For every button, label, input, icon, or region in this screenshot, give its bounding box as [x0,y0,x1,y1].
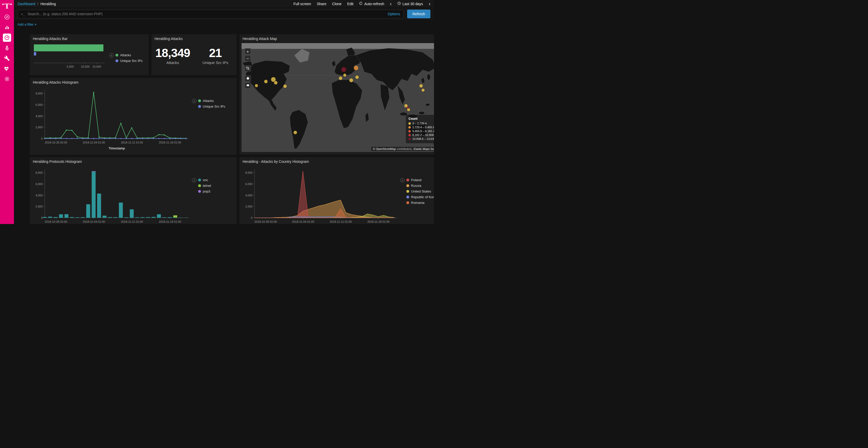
map-marker[interactable] [354,66,359,70]
sidebar-item-management[interactable] [3,75,11,83]
map-fit-bounds-button[interactable] [245,65,251,71]
sidebar-item-monitoring[interactable] [3,65,11,73]
legend-item[interactable]: Republic of Korea [406,195,434,199]
sidebar-item-dashboard[interactable] [3,34,11,42]
attacks-bar-chart[interactable]: 5,00010,00015,000 [32,43,109,72]
legend-toggle-icon[interactable]: › [192,178,196,182]
legend-item[interactable]: vnc [198,178,211,182]
sidebar-item-visualize[interactable] [3,23,11,32]
svg-text:4,000: 4,000 [35,114,43,118]
legend-toggle-icon[interactable]: › [109,53,114,58]
clock-icon [397,2,401,6]
share-button[interactable]: Share [317,2,326,6]
full-screen-button[interactable]: Full screen [293,2,311,6]
sidebar-item-devtools[interactable] [3,54,11,63]
legend-toggle-icon[interactable]: › [192,99,196,103]
svg-text:2018-11-04 01:00: 2018-11-04 01:00 [292,220,314,223]
legend-label: United States [411,189,431,193]
svg-text:2018-11-18 01:00: 2018-11-18 01:00 [367,220,390,223]
legend-item[interactable]: Unique Src IPs [116,59,143,63]
clone-button[interactable]: Clone [332,2,342,6]
map-marker[interactable] [349,78,353,82]
auto-refresh-label: Auto-refresh [364,2,384,6]
protocols-histogram-chart[interactable]: 02,0004,0006,0008,0002018-10-28 02:00201… [32,166,192,224]
legend-swatch [406,179,409,181]
edit-button[interactable]: Edit [347,2,353,6]
svg-text:2018-10-28 02:00: 2018-10-28 02:00 [254,220,277,223]
svg-text:10,000: 10,000 [81,65,90,68]
svg-text:2,000: 2,000 [245,205,252,208]
map-marker[interactable] [264,80,268,83]
dashboard-icon [4,35,10,41]
sidebar-item-tpot[interactable] [3,44,11,52]
elastic-maps-service-link[interactable]: Elastic Maps Service [413,147,434,150]
legend-item[interactable]: Romania [406,201,434,205]
legend-toggle-icon[interactable]: › [400,178,405,182]
legend-swatch [116,54,118,57]
auto-refresh-button[interactable]: Auto-refresh [359,2,384,6]
map-legend-row: 10,908.6 – 13,635 [408,137,434,140]
search-box[interactable]: >_ Options [18,10,404,18]
map-marker[interactable] [355,75,359,79]
time-forward-button[interactable]: › [429,1,430,6]
map-marker[interactable] [255,84,258,87]
legend-swatch [198,105,201,108]
legend-item[interactable]: United States [406,189,434,193]
legend-item[interactable]: Attacks [116,53,143,57]
refresh-icon [359,2,363,6]
legend: › PolandRussiaUnited StatesRepublic of K… [400,178,434,224]
legend: › AttacksUnique Src IPs [192,99,225,151]
logo-t: T [4,3,9,9]
time-range-picker[interactable]: Last 30 days [397,2,423,6]
svg-text:8,000: 8,000 [35,92,43,95]
map-marker[interactable] [274,81,277,84]
map-marker[interactable] [419,84,423,88]
legend-swatch [406,196,409,199]
map-marker[interactable] [293,131,297,134]
query-options-link[interactable]: Options [388,12,400,16]
breadcrumb-dashboard-link[interactable]: Dashboard [18,2,35,6]
telekom-logo[interactable]: T [2,3,11,9]
breadcrumb-current: Heralding [40,2,56,6]
add-filter-link[interactable]: Add a filter+ [18,23,37,26]
legend-swatch [406,201,409,204]
map-zoom-out-button[interactable]: − [245,55,251,61]
map-draw-rectangle-button[interactable] [245,82,251,89]
svg-text:4,000: 4,000 [35,194,43,197]
map-marker[interactable] [343,74,346,77]
time-back-button[interactable]: ‹ [390,1,392,6]
legend-item[interactable]: Attacks [198,99,225,103]
map-marker[interactable] [283,84,287,88]
legend-swatch [198,179,201,181]
svg-text:2018-11-18 01:00: 2018-11-18 01:00 [159,220,181,223]
topbar: Dashboard / Heralding Full screen Share … [14,0,434,8]
search-input[interactable] [28,12,385,16]
map-marker[interactable] [407,107,409,109]
add-filter-label: Add a filter [18,23,34,26]
wrench-icon [4,56,10,61]
sidebar-item-discover[interactable] [3,13,11,21]
svg-text:2018-11-04 01:00: 2018-11-04 01:00 [83,141,105,144]
legend-item[interactable]: Unique Src IPs [198,105,225,108]
legend-item[interactable]: Russia [406,184,434,187]
country-histogram-chart[interactable]: 02,0004,0006,0008,0002018-10-28 02:00201… [242,166,400,224]
legend-item[interactable]: telnet [198,184,211,187]
legend-item[interactable]: pop3 [198,189,211,193]
refresh-button[interactable]: Refresh [407,9,430,18]
heartbeat-icon [4,66,10,72]
attacks-histogram-chart[interactable]: 02,0004,0006,0008,0002018-10-28 02:00201… [32,87,192,151]
map-zoom-in-button[interactable]: + [245,48,251,55]
openstreetmap-link[interactable]: © OpenStreetMap [373,147,396,150]
attack-map-canvas[interactable]: + − Count 3 – 2,729.42,729.4 – 5,455.85,… [242,43,434,152]
legend-item[interactable]: Poland [406,178,434,182]
svg-text:2018-11-11 01:00: 2018-11-11 01:00 [330,220,352,223]
legend-swatch [198,99,201,102]
map-marker[interactable] [341,67,346,72]
metric-value: 21 [194,46,237,60]
bar-chart-icon [4,24,10,30]
map-draw-polygon-button[interactable] [245,75,251,81]
crop-icon [246,66,250,70]
map-marker[interactable] [339,76,342,80]
map-marker[interactable] [421,89,425,92]
breadcrumb-separator: / [37,2,38,6]
